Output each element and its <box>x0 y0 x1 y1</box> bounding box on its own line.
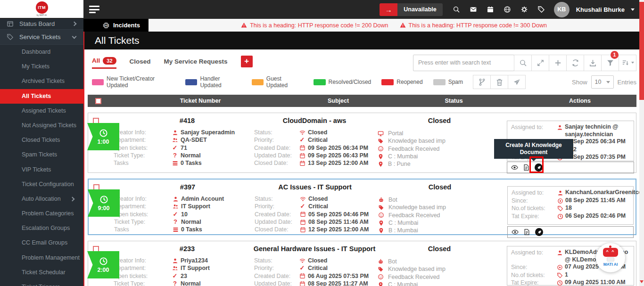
availability-toggle[interactable]: → Unavailable <box>380 3 442 16</box>
search-input[interactable] <box>413 55 514 71</box>
created-date-value: 05 Sep 2025 04:46 PM <box>308 211 369 218</box>
col-actions: Actions <box>523 98 636 104</box>
highlight-rectangle <box>529 156 544 173</box>
col-status[interactable]: Status <box>384 98 523 104</box>
sidebar-item-status-board[interactable]: Status Board <box>0 18 83 30</box>
label-ticket-type: Ticket Type: <box>114 152 169 159</box>
search-icon[interactable] <box>449 2 463 16</box>
ticket-status-heading: Closed <box>395 245 484 253</box>
tag-icon <box>378 204 388 211</box>
col-subject[interactable]: Subject <box>292 98 384 104</box>
sidebar-item-assigned-tickets[interactable]: Assigned Tickets <box>0 104 83 118</box>
hamburger-menu-icon[interactable] <box>89 4 99 15</box>
tab-closed[interactable]: Closed <box>130 58 151 68</box>
view-eye-icon[interactable] <box>512 229 519 236</box>
sort-button[interactable] <box>619 55 636 71</box>
user-avatar[interactable]: KB <box>554 2 570 17</box>
col-ticket-number[interactable]: Ticket Number <box>108 98 292 104</box>
label-creator: Creator Info: <box>114 257 169 264</box>
check-icon: ✓ <box>297 264 308 272</box>
sidebar-item-problem-management[interactable]: Problem Management <box>0 251 83 265</box>
monitor-icon <box>378 131 388 137</box>
page-size-select[interactable]: 10 <box>591 75 614 89</box>
filter-button[interactable]: 1 <box>601 55 619 71</box>
sidebar-item-problem-categories[interactable]: Problem Categories <box>0 206 83 221</box>
open-tickets-value: 71 <box>181 144 187 152</box>
scrollbar-thumb[interactable] <box>639 2 644 100</box>
calendar-icon <box>297 281 308 286</box>
label-closed-date: Closed Date: <box>254 159 297 167</box>
user-menu-caret-icon[interactable] <box>631 8 635 11</box>
create-ai-knowledge-icon[interactable] <box>535 228 543 236</box>
sidebar-item-cc-email-groups[interactable]: CC Email Groups <box>0 236 83 250</box>
ticket-number[interactable]: #233 <box>145 245 230 253</box>
ticket-tag-icon[interactable] <box>534 2 548 16</box>
scrollbar-down-arrow-icon[interactable] <box>640 280 644 283</box>
updated-date-value: 09 Sep 2025 06:43 PM <box>308 152 368 159</box>
refresh-button[interactable] <box>566 55 584 71</box>
ticket-number[interactable]: #397 <box>145 183 230 191</box>
sidebar-item-service-tickets[interactable]: Service Tickets <box>0 30 83 45</box>
delete-button[interactable] <box>490 75 508 89</box>
ticket-subject[interactable]: AC Issues - IT Support <box>230 183 400 191</box>
sidebar-item-ticket-schedular[interactable]: Ticket Schedular <box>0 265 83 280</box>
ticket-subject[interactable]: CloudDomain - aws <box>230 117 399 124</box>
sidebar-item-closed-tickets[interactable]: Closed Tickets <box>0 133 83 147</box>
gear-icon[interactable] <box>517 2 531 16</box>
sidebar-item-all-tickets[interactable]: All Tickets <box>0 89 83 104</box>
label-status: Status: <box>254 257 297 264</box>
user-name[interactable]: Khushali Bhurke <box>576 6 625 13</box>
merge-button[interactable] <box>473 75 491 89</box>
no-of-tickets-value: 1 <box>565 271 568 279</box>
tab-my-service-requests[interactable]: My Service Requests <box>164 58 228 68</box>
globe-icon[interactable] <box>500 2 514 16</box>
location-pin-icon <box>378 161 388 167</box>
calendar-icon[interactable] <box>483 2 497 16</box>
creator-value: Sanjay Superadmin <box>181 129 235 136</box>
location-c-value: C : Mumbai <box>388 281 418 286</box>
users-icon <box>169 265 181 271</box>
add-tab-button[interactable]: + <box>241 56 253 67</box>
document-icon[interactable] <box>523 164 530 171</box>
person-icon <box>169 258 181 264</box>
sidebar-item-my-tickets[interactable]: My Tickets <box>0 59 83 74</box>
location-pin-icon <box>378 154 388 160</box>
label-created-date: Created Date: <box>255 211 297 218</box>
document-icon[interactable] <box>523 229 530 236</box>
sidebar-item-ticket-triggers[interactable]: Ticket Triggers <box>0 280 83 286</box>
ticket-number[interactable]: #418 <box>145 117 230 124</box>
tab-all[interactable]: All 32 <box>92 57 116 69</box>
select-all-checkbox[interactable] <box>95 98 101 104</box>
add-ticket-button[interactable] <box>549 55 567 71</box>
target-icon <box>555 197 565 204</box>
mail-icon[interactable] <box>466 2 480 16</box>
sidebar-item-ticket-configuration[interactable]: Ticket Configuration <box>0 177 83 192</box>
sidebar-item-vip-tickets[interactable]: VIP Tickets <box>0 163 83 177</box>
expand-button[interactable] <box>531 55 549 71</box>
chevron-right-icon <box>70 197 75 202</box>
ticket-row-233: 2:00 #233 General Hardware Issues - IT S… <box>88 241 636 286</box>
sidebar-item-archived-tickets[interactable]: Archived Tickets <box>0 74 83 89</box>
chevron-down-icon <box>72 34 77 39</box>
smiley-icon <box>378 274 388 280</box>
ticket-subject[interactable]: General Hardware Issues - IT Support <box>230 245 399 253</box>
sidebar-item-not-assigned-tickets[interactable]: Not Assigned Tickets <box>0 118 83 133</box>
assign-send-button[interactable] <box>508 75 526 89</box>
download-button[interactable] <box>584 55 602 71</box>
tab-incidents[interactable]: Incidents <box>83 19 149 32</box>
label-ticket-type: Ticket Type: <box>114 218 170 226</box>
sidebar-item-auto-allocation[interactable]: Auto Allocation <box>0 192 83 206</box>
app-logo[interactable]: ITM by MATI AI <box>0 0 83 18</box>
label-since: Since: <box>511 263 554 271</box>
calendar-icon <box>297 145 308 151</box>
location-b-value: B : Pune <box>388 160 411 168</box>
list-bars-icon <box>169 160 181 166</box>
sidebar-item-dashboard[interactable]: Dashboard <box>0 45 83 59</box>
sidebar-item-spam-tickets[interactable]: Spam Tickets <box>0 147 83 162</box>
robot-mascot-icon: ^ ^ <box>603 248 618 257</box>
search-button[interactable] <box>514 55 532 71</box>
view-eye-icon[interactable] <box>511 164 518 171</box>
sidebar-item-escalation-groups[interactable]: Escalation Groups <box>0 221 83 236</box>
page-scrollbar[interactable] <box>639 0 644 286</box>
mati-ai-fab[interactable]: ^ ^ MATI AI <box>596 243 625 272</box>
